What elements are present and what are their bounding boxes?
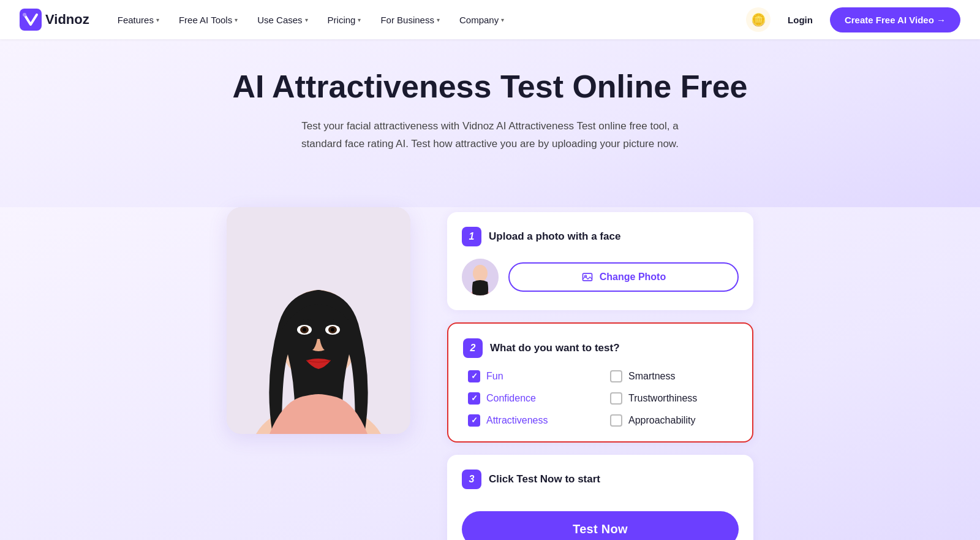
nav-menu: Features ▾ Free AI Tools ▾ Use Cases ▾ P… — [109, 10, 741, 30]
checkbox-fun-box[interactable]: ✓ — [468, 370, 480, 382]
controls-section: 1 Upload a photo with a face — [447, 207, 753, 540]
step3-card: 3 Click Test Now to start Test Now — [447, 455, 753, 540]
chevron-down-icon: ▾ — [501, 17, 504, 23]
hero-subtitle: Test your facial attractiveness with Vid… — [282, 118, 698, 153]
svg-point-13 — [473, 265, 488, 282]
chevron-down-icon: ▾ — [305, 17, 308, 23]
step2-card: 2 What do you want to test? ✓ Fun Smartn… — [447, 322, 753, 443]
photo-section — [227, 207, 410, 434]
step1-card: 1 Upload a photo with a face — [447, 212, 753, 310]
nav-pricing[interactable]: Pricing ▾ — [319, 10, 370, 30]
page-title: AI Attractiveness Test Online Free — [0, 69, 980, 105]
create-free-ai-video-button[interactable]: Create Free AI Video → — [830, 7, 960, 32]
chevron-down-icon: ▾ — [235, 17, 238, 23]
hero-section: AI Attractiveness Test Online Free Test … — [0, 39, 980, 207]
photo-frame — [227, 207, 410, 434]
checkbox-fun-label: Fun — [486, 371, 503, 382]
checkbox-approachability-box[interactable] — [610, 414, 622, 427]
checkbox-attractiveness-box[interactable]: ✓ — [468, 414, 480, 427]
woman-photo — [227, 207, 410, 434]
chevron-down-icon: ▾ — [358, 17, 361, 23]
step3-title: Click Test Now to start — [489, 473, 600, 485]
checkbox-confidence-box[interactable]: ✓ — [468, 392, 480, 405]
step2-header: 2 What do you want to test? — [463, 338, 737, 358]
chevron-down-icon: ▾ — [156, 17, 159, 23]
checkmark-icon: ✓ — [471, 371, 478, 381]
navbar: Vidnoz Features ▾ Free AI Tools ▾ Use Ca… — [0, 0, 980, 39]
checkbox-grid: ✓ Fun Smartness ✓ Confidence — [463, 370, 737, 427]
face-thumbnail — [462, 259, 499, 295]
step2-title: What do you want to test? — [490, 342, 620, 354]
checkbox-approachability-label: Approachability — [628, 415, 695, 426]
svg-rect-0 — [20, 9, 42, 31]
step1-badge: 1 — [462, 227, 481, 246]
svg-point-1 — [23, 13, 26, 17]
checkbox-confidence[interactable]: ✓ Confidence — [468, 392, 595, 405]
main-content: 1 Upload a photo with a face — [0, 207, 980, 540]
step1-header: 1 Upload a photo with a face — [462, 227, 739, 246]
test-now-button[interactable]: Test Now — [462, 511, 739, 540]
checkmark-icon: ✓ — [471, 394, 478, 403]
step3-header: 3 Click Test Now to start — [462, 470, 739, 489]
image-icon — [581, 271, 594, 283]
nav-use-cases[interactable]: Use Cases ▾ — [249, 10, 316, 30]
nav-features[interactable]: Features ▾ — [109, 10, 168, 30]
checkbox-confidence-label: Confidence — [486, 393, 536, 404]
upload-row: Change Photo — [462, 259, 739, 295]
checkbox-trustworthiness[interactable]: Trustworthiness — [610, 392, 737, 405]
logo[interactable]: Vidnoz — [20, 9, 89, 31]
nav-free-ai-tools[interactable]: Free AI Tools ▾ — [170, 10, 246, 30]
step3-badge: 3 — [462, 470, 481, 489]
step2-badge: 2 — [463, 338, 483, 358]
change-photo-button[interactable]: Change Photo — [508, 262, 739, 292]
checkbox-trustworthiness-box[interactable] — [610, 392, 622, 405]
checkbox-attractiveness-label: Attractiveness — [486, 415, 548, 426]
checkbox-trustworthiness-label: Trustworthiness — [628, 393, 697, 404]
checkbox-smartness[interactable]: Smartness — [610, 370, 737, 382]
logo-text: Vidnoz — [45, 12, 89, 28]
checkbox-approachability[interactable]: Approachability — [610, 414, 737, 427]
checkbox-smartness-box[interactable] — [610, 370, 622, 382]
nav-company[interactable]: Company ▾ — [451, 10, 513, 30]
checkbox-smartness-label: Smartness — [628, 371, 675, 382]
chevron-down-icon: ▾ — [437, 17, 440, 23]
coin-button[interactable]: 🪙 — [746, 7, 771, 32]
step1-title: Upload a photo with a face — [489, 230, 620, 243]
svg-point-11 — [331, 328, 334, 332]
nav-for-business[interactable]: For Business ▾ — [372, 10, 448, 30]
svg-point-8 — [303, 328, 306, 332]
checkbox-fun[interactable]: ✓ Fun — [468, 370, 595, 382]
checkmark-icon: ✓ — [471, 416, 478, 425]
checkbox-attractiveness[interactable]: ✓ Attractiveness — [468, 414, 595, 427]
nav-right: 🪙 Login Create Free AI Video → — [746, 7, 960, 32]
login-button[interactable]: Login — [780, 10, 820, 30]
svg-rect-14 — [582, 273, 592, 281]
